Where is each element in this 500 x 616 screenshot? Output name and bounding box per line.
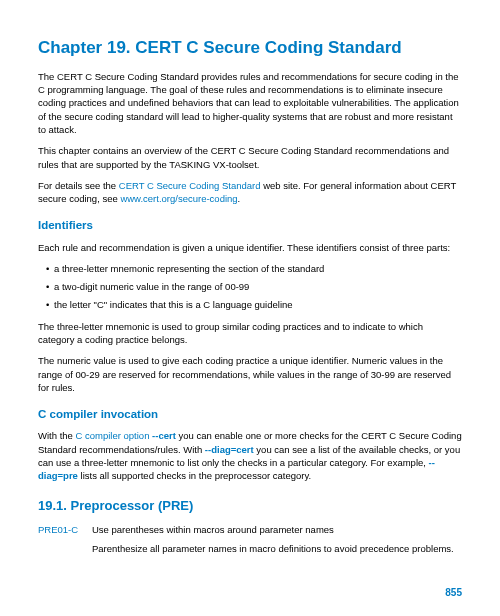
diag-cert-option[interactable]: --diag=cert — [205, 444, 254, 455]
cert-standard-link[interactable]: CERT C Secure Coding Standard — [119, 180, 261, 191]
page-number: 855 — [445, 586, 462, 600]
identifiers-heading: Identifiers — [38, 217, 462, 233]
identifiers-p3: The numeric value is used to give each c… — [38, 354, 462, 394]
rule-id-link[interactable]: PRE01-C — [38, 523, 92, 536]
list-item: a two-digit numeric value in the range o… — [46, 280, 462, 293]
intro-paragraph-2: This chapter contains an overview of the… — [38, 144, 462, 171]
compiler-paragraph: With the C compiler option --cert you ca… — [38, 429, 462, 482]
intro-paragraph-1: The CERT C Secure Coding Standard provid… — [38, 70, 462, 136]
identifiers-intro: Each rule and recommendation is given a … — [38, 241, 462, 254]
text: . — [238, 193, 241, 204]
text: With the — [38, 430, 76, 441]
chapter-title: Chapter 19. CERT C Secure Coding Standar… — [38, 36, 462, 60]
rule-description: Parenthesize all parameter names in macr… — [92, 542, 462, 555]
list-item: the letter "C" indicates that this is a … — [46, 298, 462, 311]
compiler-invocation-heading: C compiler invocation — [38, 406, 462, 422]
compiler-option-link[interactable]: C compiler option — [76, 430, 153, 441]
identifiers-p2: The three-letter mnemonic is used to gro… — [38, 320, 462, 347]
preprocessor-section-heading: 19.1. Preprocessor (PRE) — [38, 497, 462, 515]
text: lists all supported checks in the prepro… — [78, 470, 311, 481]
cert-url-link[interactable]: www.cert.org/secure-coding — [120, 193, 237, 204]
identifiers-list: a three-letter mnemonic representing the… — [38, 262, 462, 312]
list-item: a three-letter mnemonic representing the… — [46, 262, 462, 275]
text: For details see the — [38, 180, 119, 191]
intro-paragraph-3: For details see the CERT C Secure Coding… — [38, 179, 462, 206]
rule-row: PRE01-C Use parentheses within macros ar… — [38, 523, 462, 536]
rule-title: Use parentheses within macros around par… — [92, 523, 462, 536]
cert-option[interactable]: --cert — [152, 430, 176, 441]
